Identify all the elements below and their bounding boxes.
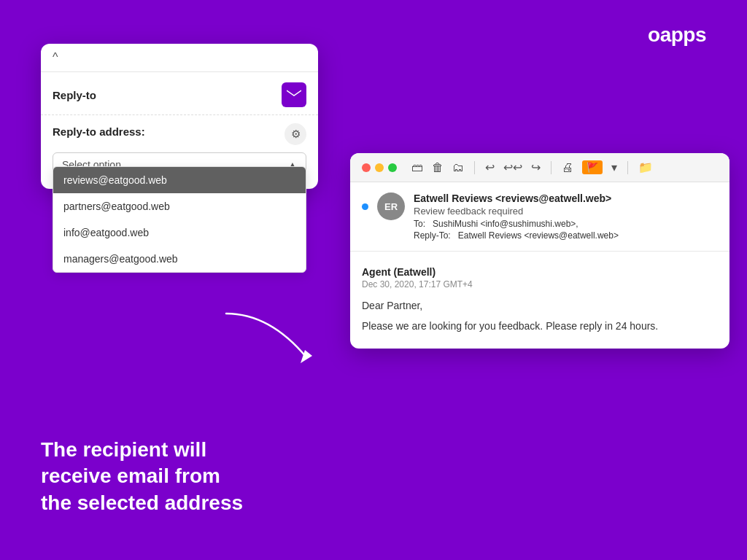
email-toolbar: 🗃 🗑 🗂 ↩ ↩↩ ↪ 🖨 🚩 ▾ 📁 xyxy=(350,153,729,182)
email-subject: Review feedback required xyxy=(414,206,718,217)
email-date: Dec 30, 2020, 17:17 GMT+4 xyxy=(362,279,718,289)
plugin-title-row: Reply-to xyxy=(41,72,318,115)
dropdown-option-4[interactable]: managers@eatgood.web xyxy=(53,246,306,272)
toolbar-separator-2 xyxy=(551,161,551,174)
reply-to-field-label: Reply-To: xyxy=(414,230,451,241)
svg-rect-0 xyxy=(287,89,301,101)
dropdown-option-3[interactable]: info@eatgood.web xyxy=(53,219,306,246)
collapse-icon[interactable]: ^ xyxy=(53,51,58,64)
email-meta: Eatwell Reviews <reviews@eatwell.web> Re… xyxy=(414,192,718,241)
email-greeting: Dear Partner, xyxy=(362,300,718,311)
plugin-panel: ^ Reply-to Reply-to address: ⚙ Select op… xyxy=(41,44,318,189)
bottom-text-line2: receive email from xyxy=(41,463,243,489)
dropdown-option-2[interactable]: partners@eatgood.web xyxy=(53,193,306,219)
reply-all-icon[interactable]: ↩↩ xyxy=(503,160,522,174)
reply-to-label: Reply-to address: xyxy=(53,125,145,138)
oapps-logo: oapps xyxy=(648,23,706,47)
reply-icon[interactable]: ↩ xyxy=(485,160,495,174)
dropdown-menu: reviews@eatgood.web partners@eatgood.web… xyxy=(53,166,306,273)
email-content-text: Please we are looking for you feedback. … xyxy=(362,319,718,334)
email-reply-to-row: Reply-To: Eatwell Reviews <reviews@eatwe… xyxy=(414,230,718,241)
email-from: Eatwell Reviews <reviews@eatwell.web> xyxy=(414,192,718,204)
to-label: To: xyxy=(414,219,425,229)
toolbar-separator-3 xyxy=(627,161,628,174)
chevron-down-icon[interactable]: ▾ xyxy=(611,160,617,174)
bottom-text: The recipient will receive email from th… xyxy=(41,437,243,516)
online-indicator xyxy=(362,203,368,210)
email-header: ER Eatwell Reviews <reviews@eatwell.web>… xyxy=(350,182,729,252)
flag-icon[interactable]: 🚩 xyxy=(582,160,603,174)
email-body: Agent (Eatwell) Dec 30, 2020, 17:17 GMT+… xyxy=(350,252,729,349)
dropdown-option-1[interactable]: reviews@eatgood.web xyxy=(53,167,306,193)
plugin-email-icon xyxy=(282,82,306,107)
label-icon[interactable]: 🗂 xyxy=(452,161,464,174)
gear-button[interactable]: ⚙ xyxy=(285,123,306,145)
forward-icon[interactable]: ↪ xyxy=(531,160,541,174)
reply-to-field-value: Eatwell Reviews <reviews@eatwell.web> xyxy=(458,230,619,241)
to-value: SushiMushi <info@sushimushi.web>, xyxy=(433,219,578,229)
plugin-header: ^ xyxy=(41,44,318,72)
agent-name: Agent (Eatwell) xyxy=(362,266,718,278)
archive-icon[interactable]: 🗃 xyxy=(411,161,423,174)
plugin-title: Reply-to xyxy=(53,89,96,101)
print-icon[interactable]: 🖨 xyxy=(562,161,573,174)
traffic-lights xyxy=(362,163,397,172)
folder-icon[interactable]: 📁 xyxy=(638,160,653,174)
bottom-text-line3: the selected address xyxy=(41,490,243,516)
email-to-row: To: SushiMushi <info@sushimushi.web>, xyxy=(414,219,718,229)
minimize-button[interactable] xyxy=(375,163,384,172)
plugin-body: Reply-to address: ⚙ Select option ▲ revi… xyxy=(41,115,318,189)
close-button[interactable] xyxy=(362,163,371,172)
bottom-text-line1: The recipient will xyxy=(41,437,243,463)
trash-icon[interactable]: 🗑 xyxy=(432,161,444,174)
avatar: ER xyxy=(377,192,405,220)
email-client-panel: 🗃 🗑 🗂 ↩ ↩↩ ↪ 🖨 🚩 ▾ 📁 ER Eatwell Reviews … xyxy=(350,153,729,349)
maximize-button[interactable] xyxy=(388,163,397,172)
toolbar-separator-1 xyxy=(474,161,475,174)
arrow-annotation xyxy=(212,306,336,372)
